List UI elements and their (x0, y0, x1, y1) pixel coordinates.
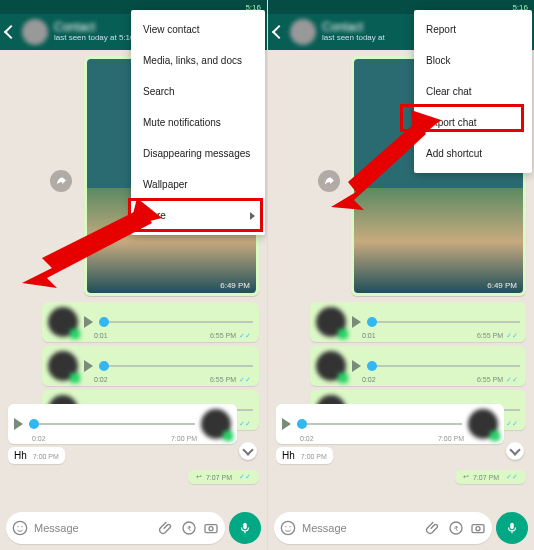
menu-report[interactable]: Report (414, 14, 532, 45)
annotation-highlight-export (400, 104, 524, 132)
svg-point-0 (13, 521, 26, 534)
emoji-icon[interactable] (12, 520, 28, 536)
phone-left: 5:16 Contact last seen today at 5:16 6:4… (0, 0, 267, 550)
voice-message[interactable]: 0:016:55 PM✓✓ (310, 302, 526, 342)
svg-text:₹: ₹ (454, 524, 459, 533)
voice-avatar (468, 409, 498, 439)
msg-time: 7:00 PM (33, 453, 59, 460)
phone-right: 5:16 Contact last seen today at 6:49 PM (267, 0, 534, 550)
msg-time: 7:00 PM (301, 453, 327, 460)
voice-message[interactable]: 0:026:55 PM✓✓ (42, 346, 259, 386)
play-icon[interactable] (352, 360, 361, 372)
reply-stub[interactable]: ↩7:07 PM✓✓ (455, 470, 526, 484)
message-placeholder: Message (302, 522, 420, 534)
voice-message-in[interactable]: 0:027:00 PM (8, 404, 237, 444)
voice-avatar (201, 409, 231, 439)
svg-rect-7 (243, 523, 247, 529)
menu-search[interactable]: Search (131, 76, 265, 107)
svg-point-9 (285, 526, 286, 527)
svg-point-10 (289, 526, 290, 527)
svg-rect-13 (472, 525, 484, 533)
camera-icon[interactable] (203, 520, 219, 536)
svg-point-1 (17, 526, 18, 527)
menu-view-contact[interactable]: View contact (131, 14, 265, 45)
svg-rect-5 (205, 525, 217, 533)
camera-icon[interactable] (470, 520, 486, 536)
msg-time: 6:49 PM (487, 281, 517, 290)
play-icon[interactable] (14, 418, 23, 430)
svg-point-2 (21, 526, 22, 527)
scroll-down-button[interactable] (506, 442, 524, 460)
play-icon[interactable] (352, 316, 361, 328)
msg-body: Hh (282, 450, 295, 461)
mic-button[interactable] (496, 512, 528, 544)
scroll-down-button[interactable] (239, 442, 257, 460)
menu-disappearing[interactable]: Disappearing messages (131, 138, 265, 169)
text-message-in[interactable]: Hh 7:00 PM (8, 447, 65, 464)
emoji-icon[interactable] (280, 520, 296, 536)
attach-icon[interactable] (426, 520, 442, 536)
avatar[interactable] (290, 19, 316, 45)
menu-mute[interactable]: Mute notifications (131, 107, 265, 138)
voice-message[interactable]: 0:016:55 PM✓✓ (42, 302, 259, 342)
play-icon[interactable] (84, 360, 93, 372)
attach-icon[interactable] (159, 520, 175, 536)
voice-avatar (316, 307, 346, 337)
voice-message-in[interactable]: 0:027:00 PM (276, 404, 504, 444)
mic-button[interactable] (229, 512, 261, 544)
message-input-wrap[interactable]: Message ₹ (274, 512, 492, 544)
voice-avatar (48, 307, 78, 337)
voice-avatar (316, 351, 346, 381)
menu-clear-chat[interactable]: Clear chat (414, 76, 532, 107)
reply-stub[interactable]: ↩7:07 PM✓✓ (188, 470, 259, 484)
svg-text:₹: ₹ (187, 524, 192, 533)
avatar[interactable] (22, 19, 48, 45)
svg-rect-15 (510, 523, 514, 529)
play-icon[interactable] (282, 418, 291, 430)
rupee-icon[interactable]: ₹ (181, 520, 197, 536)
menu-wallpaper[interactable]: Wallpaper (131, 169, 265, 200)
overflow-submenu: Report Block Clear chat Export chat Add … (414, 10, 532, 173)
rupee-icon[interactable]: ₹ (448, 520, 464, 536)
composer: Message ₹ (268, 510, 534, 550)
svg-point-8 (281, 521, 294, 534)
menu-media-links-docs[interactable]: Media, links, and docs (131, 45, 265, 76)
msg-time: 6:49 PM (220, 281, 250, 290)
msg-body: Hh (14, 450, 27, 461)
svg-point-14 (476, 527, 480, 531)
text-message-in[interactable]: Hh 7:00 PM (276, 447, 333, 464)
forward-icon[interactable] (318, 170, 340, 192)
composer: Message ₹ (0, 510, 267, 550)
back-icon[interactable] (4, 25, 18, 39)
message-placeholder: Message (34, 522, 153, 534)
voice-avatar (48, 351, 78, 381)
play-icon[interactable] (84, 316, 93, 328)
menu-block[interactable]: Block (414, 45, 532, 76)
message-input-wrap[interactable]: Message ₹ (6, 512, 225, 544)
forward-icon[interactable] (50, 170, 72, 192)
back-icon[interactable] (272, 25, 286, 39)
svg-point-6 (209, 527, 213, 531)
voice-message[interactable]: 0:026:55 PM✓✓ (310, 346, 526, 386)
annotation-highlight-more (128, 198, 263, 232)
menu-add-shortcut[interactable]: Add shortcut (414, 138, 532, 169)
